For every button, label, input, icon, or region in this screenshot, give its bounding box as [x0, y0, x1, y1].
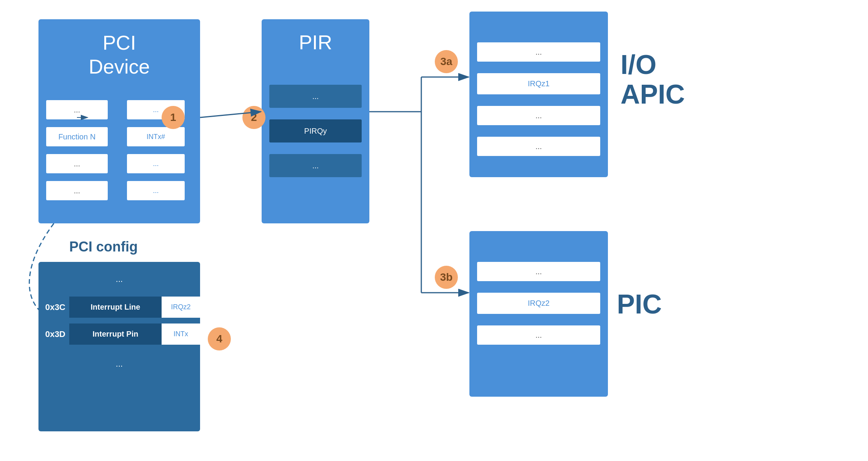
- pci-row-dots2: ...: [46, 154, 108, 173]
- intx-row-dots2: ...: [127, 154, 185, 173]
- pci-config-box: ... 0x3C Interrupt Line IRQz2 0x3D Inter…: [38, 262, 200, 431]
- badge-3b: 3b: [435, 266, 458, 289]
- pic-row-irqz2: IRQz2: [477, 293, 600, 314]
- pci-row-dots3: ...: [46, 181, 108, 200]
- badge-2: 2: [242, 106, 265, 129]
- intx-row-dots3: ...: [127, 181, 185, 200]
- pic-row-dots1: ...: [477, 262, 600, 281]
- pir-row-pirqy: PIRQy: [269, 119, 362, 142]
- badge-4: 4: [208, 327, 231, 350]
- pci-row-dots1: ...: [46, 100, 108, 119]
- ioapic-title: I/O APIC: [621, 50, 685, 109]
- pci-device-title: PCI Device: [38, 19, 200, 79]
- config-dots-bottom: ...: [38, 354, 200, 374]
- pic-title: PIC: [617, 289, 662, 320]
- pci-config-label: PCI config: [69, 239, 138, 255]
- pci-row-function: Function N: [46, 127, 108, 146]
- config-interrupt-pin: 0x3D Interrupt Pin INTx: [38, 324, 200, 345]
- ioapic-row-dots2: ...: [477, 106, 600, 125]
- badge-3a: 3a: [435, 50, 458, 73]
- ioapic-row-dots3: ...: [477, 137, 600, 156]
- pir-title: PIR: [262, 19, 369, 54]
- diagram-container: PCI Device ... Function N ... ... ... IN…: [0, 0, 868, 461]
- pic-row-dots2: ...: [477, 325, 600, 345]
- ioapic-row-dots1: ...: [477, 42, 600, 62]
- pir-row-dots1: ...: [269, 85, 362, 108]
- pir-row-dots2: ...: [269, 154, 362, 177]
- intx-row-label: INTx#: [127, 127, 185, 146]
- ioapic-box: ... IRQz1 ... ... I/O APIC: [469, 12, 608, 177]
- config-interrupt-line: 0x3C Interrupt Line IRQz2: [38, 297, 200, 318]
- badge-1: 1: [162, 106, 185, 129]
- pir-box: PIR ... PIRQy ...: [262, 19, 369, 223]
- config-dots-top: ...: [38, 270, 200, 289]
- pic-box: ... IRQz2 ... PIC: [469, 231, 608, 397]
- ioapic-row-irqz1: IRQz1: [477, 73, 600, 94]
